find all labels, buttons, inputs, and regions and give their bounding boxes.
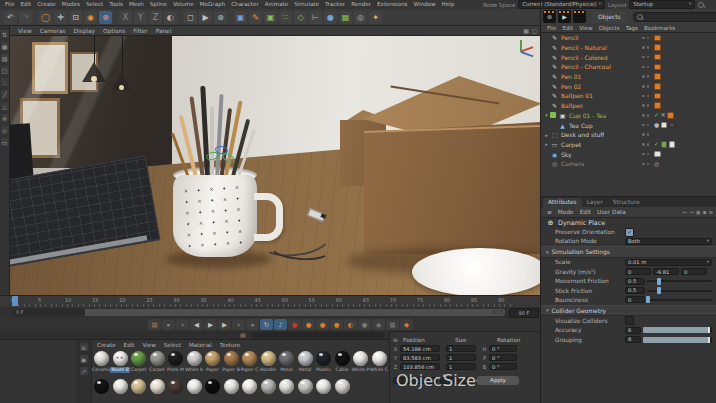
material-menu-create[interactable]: Create bbox=[94, 341, 119, 350]
material-item[interactable]: Handle bbox=[260, 351, 277, 373]
render-visibility-dot[interactable] bbox=[647, 124, 650, 127]
render-visibility-dot[interactable] bbox=[647, 153, 650, 156]
material-menu-texture[interactable]: Texture bbox=[217, 341, 243, 350]
material-item[interactable] bbox=[149, 379, 166, 394]
dropdown-rotation-mode[interactable]: Both▾ bbox=[625, 238, 712, 245]
material-item[interactable] bbox=[93, 379, 110, 394]
editor-visibility-dot[interactable] bbox=[642, 133, 645, 136]
play-button[interactable]: ▶ bbox=[204, 319, 217, 330]
value-field-stick-friction[interactable]: 0.5 bbox=[625, 287, 645, 294]
material-item[interactable]: Paper B bbox=[223, 351, 240, 373]
editor-visibility-dot[interactable] bbox=[642, 153, 645, 156]
check-tag-icon[interactable]: ✓ bbox=[654, 112, 659, 118]
array-generator-icon[interactable]: ∷ bbox=[279, 11, 292, 24]
object-row-pencil-colored[interactable]: ✎Pencil - Colored bbox=[541, 52, 716, 62]
object-menu-objects[interactable]: Objects bbox=[596, 25, 623, 31]
dynamics-tag-icon[interactable] bbox=[654, 102, 661, 109]
menu-character[interactable]: Character bbox=[228, 0, 262, 9]
position-field-x[interactable]: 54.186 cm bbox=[400, 345, 440, 352]
visibility-dots[interactable] bbox=[642, 143, 649, 146]
material-sphere-icon[interactable]: ◉ bbox=[80, 355, 88, 363]
maximize-view-icon[interactable]: ◻ bbox=[532, 27, 537, 34]
deformer-icon[interactable]: ◇ bbox=[294, 11, 307, 24]
render-visibility-dot[interactable] bbox=[647, 46, 650, 49]
object-row-cup-01-tea[interactable]: ▾▣Cup 01 - Tea✓✕ bbox=[541, 111, 716, 121]
record-parameter-button[interactable]: ◐ bbox=[344, 319, 357, 330]
visibility-dots[interactable] bbox=[642, 114, 649, 117]
size-field-y[interactable]: 1 bbox=[446, 354, 476, 361]
editor-visibility-dot[interactable] bbox=[642, 85, 645, 88]
tab-structure[interactable]: Structure bbox=[608, 198, 645, 207]
render-visibility-dot[interactable] bbox=[647, 56, 650, 59]
material-item[interactable]: Ceramic bbox=[93, 351, 110, 373]
render-picture-viewer-icon[interactable]: ▶ bbox=[199, 11, 212, 24]
visibility-dots[interactable] bbox=[642, 104, 649, 107]
render-picture-viewer-button[interactable]: ▶ bbox=[558, 10, 571, 23]
coord-size-dropdown[interactable]: Size▾ bbox=[440, 377, 474, 384]
material-item[interactable]: Paper C bbox=[241, 351, 258, 373]
visibility-dots[interactable] bbox=[642, 95, 649, 98]
menu-animate[interactable]: Animate bbox=[262, 0, 291, 9]
menu-help[interactable]: Help bbox=[439, 0, 458, 9]
pin-icon[interactable]: ◉ bbox=[696, 209, 701, 215]
editor-visibility-dot[interactable] bbox=[642, 104, 645, 107]
value-field-movement-friction[interactable]: 0.5 bbox=[625, 278, 645, 285]
expand-arrow-right[interactable]: ▸ bbox=[543, 132, 550, 138]
object-menu-bookmarks[interactable]: Bookmarks bbox=[641, 25, 678, 31]
dynamics-tag-icon[interactable] bbox=[654, 64, 661, 71]
field-icon[interactable]: ⊢ bbox=[309, 11, 322, 24]
editor-visibility-dot[interactable] bbox=[642, 163, 645, 166]
go-to-start-button[interactable]: « bbox=[162, 319, 175, 330]
object-row-pencil[interactable]: ✎Pencil bbox=[541, 33, 716, 43]
material-item[interactable]: Plastic bbox=[315, 351, 332, 373]
checkbox-preserve-orientation[interactable]: ✓ bbox=[625, 228, 634, 237]
menu-tracker[interactable]: Tracker bbox=[322, 0, 348, 9]
subdivision-surface-icon[interactable]: ▣ bbox=[264, 11, 277, 24]
visibility-dots[interactable] bbox=[642, 124, 649, 127]
section-collider-geometry[interactable]: ▾Collider Geometry bbox=[541, 305, 716, 317]
dynamics-tag-icon[interactable] bbox=[654, 83, 661, 90]
viewport-menu-view[interactable]: View bbox=[14, 28, 36, 34]
object-menu-edit[interactable]: Edit bbox=[559, 25, 576, 31]
live-selection-icon[interactable]: ◯ bbox=[39, 11, 52, 24]
y-axis-lock-icon[interactable]: Y bbox=[134, 11, 147, 24]
history-icon[interactable]: ≡ bbox=[708, 209, 713, 215]
editor-visibility-dot[interactable] bbox=[642, 37, 645, 40]
model-mode-icon[interactable]: ▦ bbox=[1, 42, 9, 50]
attr-menu-mode[interactable]: Mode bbox=[555, 209, 577, 215]
range-start-handle[interactable]: 0 F bbox=[13, 309, 85, 316]
loop-mode-button[interactable]: ↻ bbox=[260, 319, 273, 330]
checkbox-visualize-colliders[interactable] bbox=[625, 316, 634, 325]
view-layout-icon[interactable]: ▦ bbox=[523, 27, 529, 34]
value-field-grouping[interactable]: 8 bbox=[625, 336, 641, 343]
slider-handle[interactable] bbox=[646, 296, 650, 303]
viewport[interactable]: ✕ ✦ ✕ ✦ ✕✦ ✕ ✦ ✕ ✦✕ ✦ ✕ ✦ ✕✦ ✕ ✦ ✕ ✦✕ ✦ … bbox=[10, 36, 540, 296]
visibility-dots[interactable] bbox=[642, 163, 649, 166]
material-item[interactable]: White b bbox=[186, 351, 203, 373]
dynamics-tag-icon[interactable] bbox=[654, 54, 661, 61]
menu-spline[interactable]: Spline bbox=[147, 0, 170, 9]
material-menu-view[interactable]: View bbox=[139, 341, 158, 350]
next-frame-button[interactable]: ▶ bbox=[218, 319, 231, 330]
viewport-menu-options[interactable]: Options bbox=[99, 28, 129, 34]
material-item[interactable]: Metal bbox=[278, 351, 295, 373]
material-item[interactable]: Carpet bbox=[149, 351, 166, 373]
keyframe-selection-button[interactable]: ▦ bbox=[386, 319, 399, 330]
attr-menu-user-data[interactable]: User Data bbox=[594, 209, 629, 215]
visibility-dots[interactable] bbox=[642, 85, 649, 88]
mograph-icon[interactable]: ▦ bbox=[339, 11, 352, 24]
dynamic-place-tool-icon[interactable]: ⊕ bbox=[99, 11, 112, 24]
move-tool-icon[interactable]: ✛ bbox=[54, 11, 67, 24]
render-visibility-dot[interactable] bbox=[647, 95, 650, 98]
section-simulation-settings[interactable]: ▾Simulation Settings bbox=[541, 246, 716, 258]
layout-dropdown[interactable]: Startup ▾ bbox=[629, 0, 695, 9]
texture-tag-icon[interactable] bbox=[661, 122, 668, 129]
record-keyframe-button[interactable]: ● bbox=[288, 319, 301, 330]
render-visibility-dot[interactable] bbox=[647, 114, 650, 117]
points-mode-icon[interactable]: ∴ bbox=[1, 78, 9, 86]
material-item[interactable] bbox=[334, 379, 351, 394]
editor-visibility-dot[interactable] bbox=[642, 66, 645, 69]
render-visibility-dot[interactable] bbox=[647, 66, 650, 69]
coordinate-system-icon[interactable]: ◐ bbox=[164, 11, 177, 24]
object-row-ballpen-01[interactable]: ✎Ballpen 01 bbox=[541, 91, 716, 101]
